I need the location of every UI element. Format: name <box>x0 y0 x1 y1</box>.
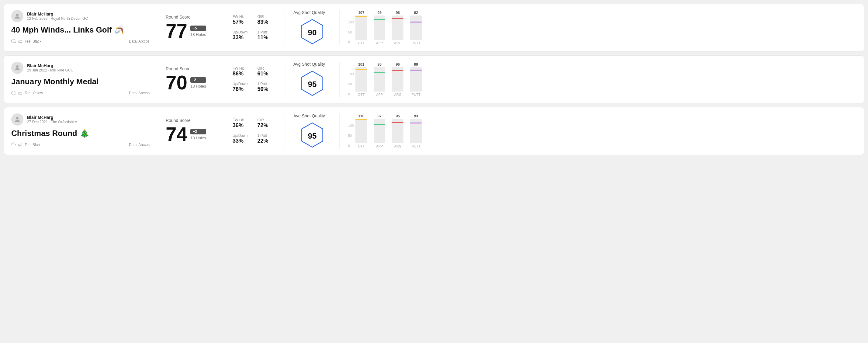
oneputt-stat: 1 Putt 11% <box>257 30 276 41</box>
svg-point-15 <box>21 146 22 147</box>
gir-label: GIR <box>257 66 276 70</box>
left-section: Blair McHarg 27 Dec 2021 · The Oxfordshi… <box>11 114 157 149</box>
svg-point-12 <box>16 117 19 120</box>
score-badge: +5 <box>190 26 206 31</box>
tee-label: Tee: Blue <box>25 143 40 147</box>
fw-hit-value: 57% <box>232 19 251 25</box>
cloud-icon <box>11 39 16 44</box>
gir-stat: GIR 83% <box>257 14 276 25</box>
updown-label: Up/Down <box>232 82 251 86</box>
score-section: Round Score 77 +5 18 Holes <box>157 10 224 45</box>
gir-value: 61% <box>257 70 276 77</box>
updown-stat: Up/Down 33% <box>232 133 251 144</box>
score-section: Round Score 70 -2 18 Holes <box>157 62 224 97</box>
tee-info: Tee: Blue <box>11 142 40 147</box>
svg-text:95: 95 <box>308 131 316 141</box>
user-date: 12 Feb 2022 · Royal North Devon GC <box>27 17 88 21</box>
updown-value: 33% <box>232 34 251 41</box>
updown-stat: Up/Down 78% <box>232 82 251 92</box>
round-score-label: Round Score <box>166 14 215 20</box>
user-icon <box>14 12 21 20</box>
score-row: 74 +2 18 Holes <box>166 125 215 144</box>
oneputt-value: 56% <box>257 86 276 92</box>
quality-section: Avg Shot Quality 90 <box>285 10 340 45</box>
chart-section: 100 50 0 110 OTT 87 APP 95 <box>340 114 857 149</box>
score-badge: +2 <box>190 129 206 134</box>
oneputt-label: 1 Putt <box>257 133 276 138</box>
gir-label: GIR <box>257 118 276 122</box>
golf-cart-icon <box>18 91 23 95</box>
score-detail: +2 18 Holes <box>190 129 206 140</box>
svg-text:90: 90 <box>308 28 316 37</box>
golf-cart-icon <box>18 39 23 44</box>
avatar <box>11 62 23 74</box>
fw-hit-value: 86% <box>232 70 251 77</box>
stats-section: FW Hit 36% GIR 72% Up/Down 33% 1 Putt 22… <box>224 114 285 149</box>
score-badge: -2 <box>190 77 206 83</box>
title-emoji: 🪃 <box>114 25 124 35</box>
svg-point-0 <box>16 14 19 16</box>
gir-stat: GIR 72% <box>257 118 276 129</box>
updown-value: 78% <box>232 86 251 92</box>
round-title: Christmas Round 🎄 <box>11 129 150 138</box>
avatar <box>11 114 23 126</box>
fw-hit-stat: FW Hit 36% <box>232 118 251 129</box>
oneputt-label: 1 Putt <box>257 82 276 86</box>
oneputt-value: 11% <box>257 34 276 41</box>
chart-section: 100 50 0 101 OTT 86 APP 96 <box>340 62 857 97</box>
score-row: 77 +5 18 Holes <box>166 21 215 41</box>
gir-stat: GIR 61% <box>257 66 276 77</box>
svg-text:95: 95 <box>308 80 316 89</box>
stats-top: FW Hit 36% GIR 72% <box>232 118 276 129</box>
tee-info: Tee: Black <box>11 39 41 44</box>
score-holes: 18 Holes <box>190 32 206 37</box>
fw-hit-stat: FW Hit 57% <box>232 14 251 25</box>
score-holes: 18 Holes <box>190 84 206 89</box>
round-title: January Monthly Medal <box>11 77 150 86</box>
round-card-3: Blair McHarg 27 Dec 2021 · The Oxfordshi… <box>4 107 864 155</box>
quality-section: Avg Shot Quality 95 <box>285 62 340 97</box>
stats-bottom: Up/Down 33% 1 Putt 11% <box>232 30 276 41</box>
avatar <box>11 10 23 22</box>
svg-point-8 <box>19 94 20 95</box>
user-name: Blair McHarg <box>27 63 73 68</box>
user-icon <box>14 116 21 123</box>
data-source: Data: Arccos <box>129 91 150 95</box>
user-info: Blair McHarg 27 Dec 2021 · The Oxfordshi… <box>27 115 77 124</box>
quality-label: Avg Shot Quality <box>293 114 325 118</box>
tee-label: Tee: Black <box>25 39 41 43</box>
round-score-label: Round Score <box>166 66 215 71</box>
tee-info: Tee: Yellow <box>11 91 43 95</box>
score-detail: -2 18 Holes <box>190 77 206 89</box>
data-source: Data: Arccos <box>129 39 150 43</box>
cloud-icon <box>11 91 16 95</box>
svg-point-6 <box>16 65 19 68</box>
chart-section: 100 50 0 107 OTT 95 APP 98 <box>340 10 857 45</box>
stats-section: FW Hit 57% GIR 83% Up/Down 33% 1 Putt 11… <box>224 10 285 45</box>
round-card-2: Blair McHarg 29 Jan 2022 · Mill Ride GCC… <box>4 55 864 103</box>
stats-top: FW Hit 86% GIR 61% <box>232 66 276 77</box>
gir-label: GIR <box>257 14 276 19</box>
title-emoji: 🎄 <box>80 129 89 138</box>
score-section: Round Score 74 +2 18 Holes <box>157 114 224 149</box>
stats-bottom: Up/Down 33% 1 Putt 22% <box>232 133 276 144</box>
score-value: 70 <box>166 73 187 92</box>
user-row: Blair McHarg 12 Feb 2022 · Royal North D… <box>11 10 150 22</box>
stats-bottom: Up/Down 78% 1 Putt 56% <box>232 82 276 92</box>
stats-section: FW Hit 86% GIR 61% Up/Down 78% 1 Putt 56… <box>224 62 285 97</box>
tee-row: Tee: Black Data: Arccos <box>11 39 150 44</box>
user-date: 29 Jan 2022 · Mill Ride GCC <box>27 68 73 72</box>
user-info: Blair McHarg 12 Feb 2022 · Royal North D… <box>27 11 88 21</box>
round-score-label: Round Score <box>166 118 215 123</box>
stats-top: FW Hit 57% GIR 83% <box>232 14 276 25</box>
user-row: Blair McHarg 27 Dec 2021 · The Oxfordshi… <box>11 114 150 126</box>
tee-row: Tee: Yellow Data: Arccos <box>11 91 150 95</box>
user-row: Blair McHarg 29 Jan 2022 · Mill Ride GCC <box>11 62 150 74</box>
user-name: Blair McHarg <box>27 115 77 120</box>
hexagon-container: 95 <box>299 70 326 97</box>
fw-hit-label: FW Hit <box>232 66 251 70</box>
round-title: 40 Mph Winds... Links Golf 🪃 <box>11 25 150 35</box>
fw-hit-value: 36% <box>232 122 251 129</box>
svg-point-3 <box>21 42 22 43</box>
data-source: Data: Arccos <box>129 143 150 147</box>
